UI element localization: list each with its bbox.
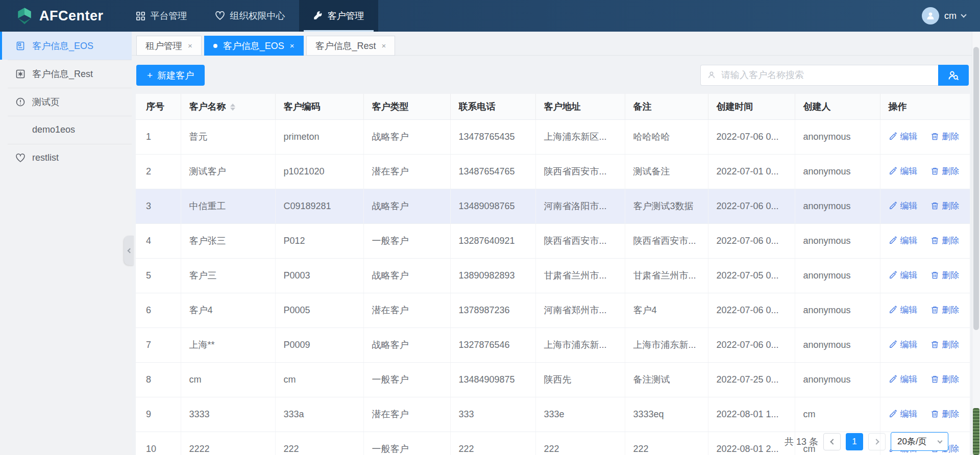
sidebar-item-test-page[interactable]: 测试页: [0, 88, 132, 116]
table-row[interactable]: 5 客户三 P0003 战略客户 13890982893 甘肃省兰州市... 甘…: [136, 258, 970, 293]
cell-operations: 编辑 删除: [880, 293, 970, 327]
edit-button[interactable]: 编辑: [889, 373, 918, 385]
delete-button[interactable]: 删除: [930, 269, 960, 281]
cell-phone: 13287640921: [450, 223, 535, 258]
cell-creator: anonymous: [795, 327, 880, 362]
sidebar-item-customer-rest[interactable]: 客户信息_Rest: [0, 60, 132, 88]
table-row[interactable]: 9 3333 333a 潜在客户 333 333e 3333eq 2022-08…: [136, 397, 970, 432]
cell-name: 中信重工: [181, 189, 275, 223]
sidebar: 客户信息_EOS 客户信息_Rest 测试页 demo1eos restlist: [0, 32, 132, 455]
edit-button[interactable]: 编辑: [889, 408, 918, 420]
sort-icon[interactable]: [230, 104, 235, 111]
cell-remark: 测试备注: [625, 154, 708, 189]
nav-item-org-permission[interactable]: 组织权限中心: [201, 0, 299, 32]
cell-phone: 333: [450, 397, 535, 432]
trash-icon: [930, 167, 939, 175]
scrollbar-thumb-bottom[interactable]: [973, 408, 979, 455]
cell-phone: 13890982893: [450, 258, 535, 293]
user-menu[interactable]: cm: [922, 0, 966, 32]
table-row[interactable]: 6 客户4 P0005 潜在客户 1378987236 河南省郑州市... 客户…: [136, 293, 970, 327]
table-row[interactable]: 4 客户张三 P012 一般客户 13287640921 陕西省西安市... 陕…: [136, 223, 970, 258]
cell-seq: 6: [136, 293, 181, 327]
plus-icon: +: [147, 70, 153, 81]
edit-button[interactable]: 编辑: [889, 165, 918, 177]
cell-created: 2022-07-06 0...: [708, 189, 795, 223]
table-row[interactable]: 2 测试客户 p1021020 潜在客户 13487654765 陕西省西安市.…: [136, 154, 970, 189]
delete-button[interactable]: 删除: [930, 200, 960, 212]
nav-item-platform[interactable]: 平台管理: [122, 0, 201, 32]
grid-icon: [136, 11, 145, 21]
sidebar-item-restlist[interactable]: restlist: [0, 144, 132, 172]
new-customer-button[interactable]: + 新建客户: [136, 65, 205, 86]
scrollbar-thumb[interactable]: [973, 47, 979, 330]
page-size-select[interactable]: 20条/页: [891, 432, 948, 451]
chevron-down-icon: [961, 12, 966, 17]
delete-button[interactable]: 删除: [930, 131, 960, 142]
table-row[interactable]: 1 普元 primeton 战略客户 13478765435 上海浦东新区...…: [136, 119, 970, 154]
page-1-button[interactable]: 1: [846, 433, 863, 450]
delete-button[interactable]: 删除: [930, 373, 960, 385]
cell-phone: 13487654765: [450, 154, 535, 189]
prev-page-button[interactable]: [823, 433, 841, 450]
delete-button[interactable]: 删除: [930, 408, 960, 420]
edit-button[interactable]: 编辑: [889, 131, 918, 142]
cell-seq: 3: [136, 189, 181, 223]
table-row[interactable]: 8 cm cm 一般客户 13484909875 陕西先 备注测试 2022-0…: [136, 362, 970, 397]
cell-creator: anonymous: [795, 119, 880, 154]
col-header-type: 客户类型: [363, 94, 450, 119]
edit-button[interactable]: 编辑: [889, 200, 918, 212]
col-header-creator: 创建人: [795, 94, 880, 119]
sidebar-item-customer-eos[interactable]: 客户信息_EOS: [0, 32, 132, 60]
cell-address: 陕西省西安市...: [535, 154, 625, 189]
edit-button[interactable]: 编辑: [889, 269, 918, 281]
table-row[interactable]: 3 中信重工 C09189281 战略客户 13489098765 河南省洛阳市…: [136, 189, 970, 223]
cell-operations: 编辑 删除: [880, 397, 970, 432]
cell-address: 上海浦东新区...: [535, 119, 625, 154]
close-icon[interactable]: ×: [188, 42, 192, 49]
cell-remark: 客户测试3数据: [625, 189, 708, 223]
cell-operations: 编辑 删除: [880, 362, 970, 397]
cell-code: primeton: [275, 119, 363, 154]
cell-seq: 5: [136, 258, 181, 293]
sidebar-item-demo1eos[interactable]: demo1eos: [0, 116, 132, 144]
cell-address: 陕西先: [535, 362, 625, 397]
cell-creator: anonymous: [795, 154, 880, 189]
nav-item-customer[interactable]: 客户管理: [299, 0, 378, 32]
edit-button[interactable]: 编辑: [889, 235, 918, 246]
cell-created: 2022-08-01 1...: [708, 397, 795, 432]
avatar: [922, 7, 939, 24]
cell-operations: 编辑 删除: [880, 258, 970, 293]
col-header-name[interactable]: 客户名称: [181, 94, 275, 119]
cell-remark: 222: [625, 432, 708, 455]
edit-button[interactable]: 编辑: [889, 304, 918, 316]
cell-creator: anonymous: [795, 189, 880, 223]
top-navbar: AFCenter 平台管理 组织权限中心 客户管理: [0, 0, 980, 32]
cell-remark: 陕西省西安市...: [625, 223, 708, 258]
delete-button[interactable]: 删除: [930, 304, 960, 316]
app-logo: AFCenter: [0, 0, 122, 32]
search-input[interactable]: [700, 65, 938, 86]
cell-type: 一般客户: [363, 223, 450, 258]
cell-operations: 编辑 删除: [880, 119, 970, 154]
cell-created: 2022-07-06 0...: [708, 223, 795, 258]
vertical-scrollbar[interactable]: [972, 32, 980, 455]
tab-tenant-management[interactable]: 租户管理 ×: [136, 36, 202, 56]
close-icon[interactable]: ×: [382, 42, 386, 49]
delete-button[interactable]: 删除: [930, 339, 960, 350]
table-row[interactable]: 7 上海** P0009 战略客户 1327876546 上海市浦东新... 上…: [136, 327, 970, 362]
tab-customer-eos[interactable]: 客户信息_EOS ×: [204, 36, 304, 56]
next-page-button[interactable]: [868, 433, 886, 450]
sidebar-collapse-handle[interactable]: [124, 236, 134, 265]
search-button[interactable]: [938, 65, 969, 86]
col-header-seq: 序号: [136, 94, 181, 119]
cell-type: 一般客户: [363, 432, 450, 455]
cell-phone: 1378987236: [450, 293, 535, 327]
cell-name: 测试客户: [181, 154, 275, 189]
cell-code: P0003: [275, 258, 363, 293]
edit-button[interactable]: 编辑: [889, 339, 918, 350]
close-icon[interactable]: ×: [290, 42, 295, 49]
delete-button[interactable]: 删除: [930, 165, 960, 177]
delete-button[interactable]: 删除: [930, 235, 960, 246]
tab-customer-rest[interactable]: 客户信息_Rest ×: [306, 36, 396, 56]
cell-operations: 编辑 删除: [880, 223, 970, 258]
